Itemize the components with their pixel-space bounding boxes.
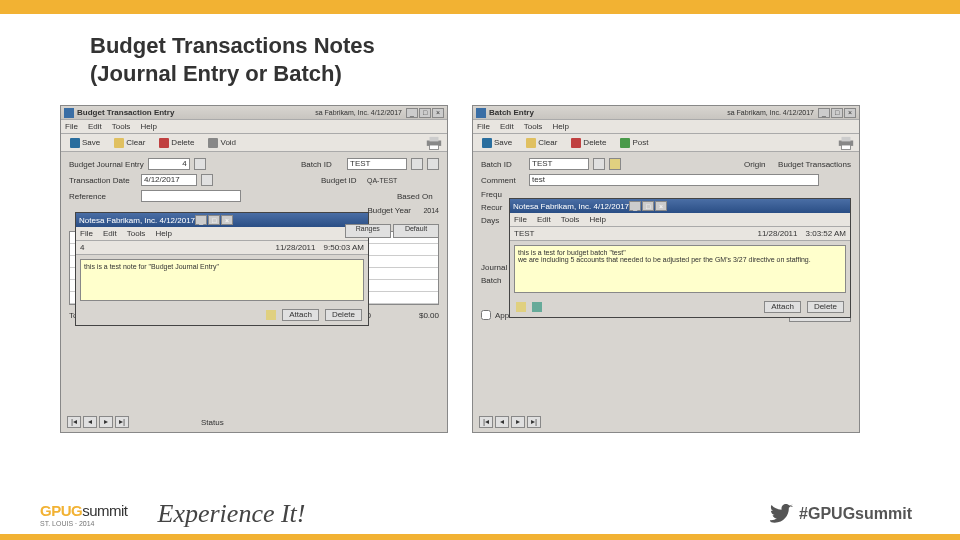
clear-button[interactable]: Clear [109,137,150,149]
attach-button[interactable]: Attach [282,309,319,321]
note-close[interactable]: × [655,201,667,211]
nav-next[interactable]: ▸ [511,416,525,428]
note-date: 11/28/2011 [757,229,797,238]
menubar: File Edit Tools Help [61,120,447,134]
void-button[interactable]: Void [203,137,241,149]
transaction-date-label: Transaction Date [69,176,137,185]
note-menu-file[interactable]: File [514,215,527,224]
maximize-button[interactable]: □ [419,108,431,118]
nav-next[interactable]: ▸ [99,416,113,428]
note-menu-help[interactable]: Help [155,229,171,238]
titlebar[interactable]: Batch Entry sa Fabrikam, Inc. 4/12/2017 … [473,106,859,120]
note-menu-help[interactable]: Help [589,215,605,224]
print-icon[interactable] [837,136,855,150]
note-time: 9:50:03 AM [324,243,364,252]
slide-footer: GPUGsummit ST. LOUIS · 2014 Experience I… [0,488,960,540]
default-button[interactable]: Default [393,224,439,238]
clear-icon [526,138,536,148]
based-on-label: Based On [397,192,439,201]
nav-prev[interactable]: ◂ [495,416,509,428]
lookup-button[interactable] [194,158,206,170]
delete-button[interactable]: Delete [154,137,199,149]
note-menu-edit[interactable]: Edit [537,215,551,224]
svg-rect-4 [841,136,850,140]
nav-prev[interactable]: ◂ [83,416,97,428]
note-delete-button[interactable]: Delete [807,301,844,313]
clear-button[interactable]: Clear [521,137,562,149]
app-icon [476,108,486,118]
calendar-button[interactable] [201,174,213,186]
menu-file[interactable]: File [65,122,78,131]
note-titlebar[interactable]: Note sa Fabrikam, Inc. 4/12/2017 _ □ × [76,213,368,227]
nav-first[interactable]: |◂ [479,416,493,428]
save-button[interactable]: Save [477,137,517,149]
delete-button[interactable]: Delete [566,137,611,149]
window-title: Batch Entry [489,108,534,117]
batch-id-input[interactable]: TEST [529,158,589,170]
note-menu-tools[interactable]: Tools [127,229,146,238]
nav-last[interactable]: ▸| [115,416,129,428]
batch-id-input[interactable]: TEST [347,158,407,170]
menu-edit[interactable]: Edit [500,122,514,131]
batch-lookup-button[interactable] [411,158,423,170]
note-title-text: Note [79,216,96,225]
note-maximize[interactable]: □ [642,201,654,211]
note-delete-button[interactable]: Delete [325,309,362,321]
minimize-button[interactable]: _ [818,108,830,118]
note-attachment-icon[interactable] [516,302,526,312]
slide-title-line2: (Journal Entry or Batch) [90,60,960,88]
note-textarea[interactable]: this is a test note for "Budget Journal … [80,259,364,301]
total-2: $0.00 [419,311,439,320]
menu-tools[interactable]: Tools [112,122,131,131]
menu-file[interactable]: File [477,122,490,131]
print-icon[interactable] [425,136,443,150]
save-button[interactable]: Save [65,137,105,149]
note-menu-tools[interactable]: Tools [561,215,580,224]
reference-label: Reference [69,192,137,201]
note-menu-file[interactable]: File [80,229,93,238]
note-window: Note sa Fabrikam, Inc. 4/12/2017 _ □ × F… [75,212,369,326]
titlebar[interactable]: Budget Transaction Entry sa Fabrikam, In… [61,106,447,120]
batch-note-button[interactable] [609,158,621,170]
menu-help[interactable]: Help [552,122,568,131]
comment-input[interactable]: test [529,174,819,186]
note-titlebar[interactable]: Note sa Fabrikam, Inc. 4/12/2017 _ □ × [510,199,850,213]
note-menu-edit[interactable]: Edit [103,229,117,238]
ranges-button[interactable]: Ranges [345,224,391,238]
days-label: Days [481,216,509,225]
reference-input[interactable] [141,190,241,202]
delete-icon [159,138,169,148]
menu-edit[interactable]: Edit [88,122,102,131]
menu-tools[interactable]: Tools [524,122,543,131]
batch-lookup-button[interactable] [593,158,605,170]
close-button[interactable]: × [844,108,856,118]
tagline: Experience It! [158,499,306,529]
slide-title: Budget Transactions Notes (Journal Entry… [0,14,960,105]
note-record-label: TEST [514,229,534,238]
origin-label: Origin [744,160,774,169]
svg-rect-5 [841,144,850,148]
note-close[interactable]: × [221,215,233,225]
batch-expand-button[interactable] [427,158,439,170]
batch-id-label: Batch ID [301,160,343,169]
note-textarea[interactable]: this is a test for budget batch "test" w… [514,245,846,293]
note-attachment-icon[interactable] [266,310,276,320]
budget-id-value: QA-TEST [367,177,439,184]
maximize-button[interactable]: □ [831,108,843,118]
note-minimize[interactable]: _ [195,215,207,225]
approved-checkbox[interactable] [481,310,491,320]
minimize-button[interactable]: _ [406,108,418,118]
note-minimize[interactable]: _ [629,201,641,211]
journal-entry-input[interactable]: 4 [148,158,190,170]
nav-first[interactable]: |◂ [67,416,81,428]
note-print-icon[interactable] [532,302,542,312]
nav-last[interactable]: ▸| [527,416,541,428]
close-button[interactable]: × [432,108,444,118]
menu-help[interactable]: Help [140,122,156,131]
transaction-date-input[interactable]: 4/12/2017 [141,174,197,186]
note-maximize[interactable]: □ [208,215,220,225]
comment-label: Comment [481,176,525,185]
post-button[interactable]: Post [615,137,653,149]
attach-button[interactable]: Attach [764,301,801,313]
hashtag-text: #GPUGsummit [799,505,912,523]
